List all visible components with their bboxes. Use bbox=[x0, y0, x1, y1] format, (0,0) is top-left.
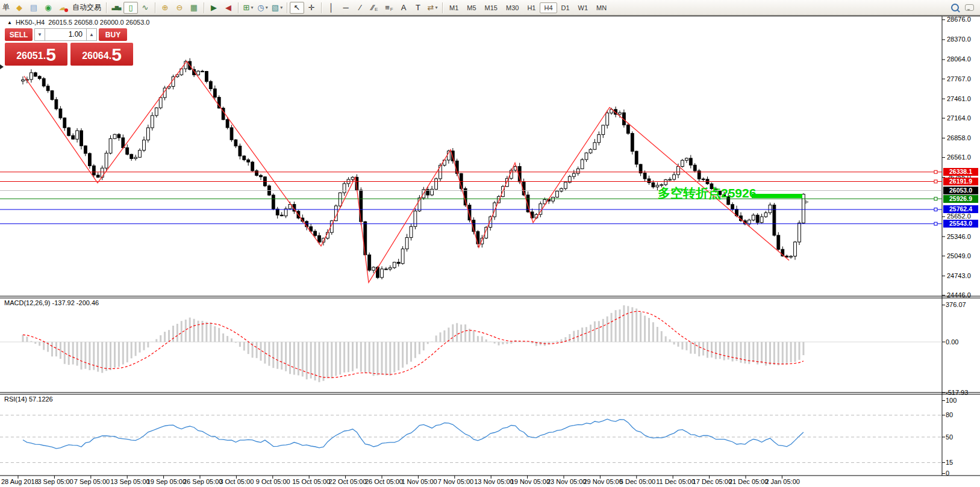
buy-price-button[interactable]: 26064 . 5 bbox=[70, 43, 133, 66]
sell-price-main: 26051 bbox=[16, 48, 43, 64]
price-tick-label: 26858.0 bbox=[947, 134, 971, 141]
time-tick-label: 13 Nov 05:00 bbox=[474, 478, 513, 485]
time-tick-label: 29 Nov 05:00 bbox=[583, 478, 622, 485]
time-tick-label: 1 Nov 05:00 bbox=[401, 478, 437, 485]
level-price-tag: 25543.0 bbox=[943, 220, 978, 228]
buy-price-pip: 5 bbox=[111, 46, 122, 64]
rsi-tick-label: 15 bbox=[946, 459, 953, 466]
macd-tick-label: 376.07 bbox=[946, 301, 966, 308]
level-price-tag: 25926.9 bbox=[943, 195, 978, 203]
buy-price-main: 26064 bbox=[82, 48, 109, 64]
price-tick-label: 27767.0 bbox=[947, 75, 971, 82]
current-price-tag: 26053.0 bbox=[943, 187, 978, 194]
time-tick-label: 15 Oct 05:00 bbox=[292, 478, 330, 485]
rsi-tick-label: 100 bbox=[946, 397, 957, 404]
price-tick-label: 24743.0 bbox=[947, 272, 971, 279]
level-price-tag: 25762.4 bbox=[943, 205, 978, 213]
price-tick-label: 25652.0 bbox=[947, 212, 971, 220]
price-tick-label: 26561.0 bbox=[947, 154, 971, 161]
time-tick-label: 13 Sep 05:00 bbox=[110, 478, 149, 485]
time-tick-label: 28 Aug 2018 bbox=[1, 478, 39, 485]
sell-button[interactable]: SELL bbox=[5, 28, 33, 41]
time-tick-label: 5 Dec 05:00 bbox=[620, 478, 655, 485]
price-tick-label: 27461.0 bbox=[947, 95, 971, 102]
macd-tick-label: 0.00 bbox=[946, 338, 958, 346]
price-tick-label: 24446.0 bbox=[947, 291, 971, 299]
level-price-tag: 26191.9 bbox=[943, 178, 978, 185]
price-tick-label: 28064.0 bbox=[947, 55, 971, 63]
level-price-tag: 26338.1 bbox=[943, 168, 978, 176]
price-tick-label: 28676.0 bbox=[947, 16, 971, 23]
price-tick-label: 28370.0 bbox=[947, 36, 971, 43]
pivot-annotation: 多空转折点25926 bbox=[658, 185, 756, 202]
volume-input[interactable]: 1.00 bbox=[45, 28, 86, 41]
time-tick-label: 21 Dec 05:00 bbox=[729, 478, 768, 485]
price-tick-label: 27164.0 bbox=[947, 114, 971, 122]
time-tick-label: 23 Nov 05:00 bbox=[547, 478, 586, 485]
time-tick-label: 19 Sep 05:00 bbox=[147, 478, 186, 485]
time-tick-label: 26 Sep 05:00 bbox=[183, 478, 222, 485]
time-tick-label: 17 Dec 05:00 bbox=[693, 478, 732, 485]
time-tick-label: 22 Oct 05:00 bbox=[329, 478, 367, 485]
macd-tick-label: -517.93 bbox=[946, 389, 968, 396]
time-tick-label: 11 Dec 05:00 bbox=[656, 478, 695, 485]
time-tick-label: 19 Nov 05:00 bbox=[511, 478, 550, 485]
time-tick-label: 2 Jan 05:00 bbox=[765, 478, 800, 485]
buy-button[interactable]: BUY bbox=[99, 28, 127, 41]
time-tick-label: 3 Oct 05:00 bbox=[219, 478, 254, 485]
time-tick-label: 26 Oct 05:00 bbox=[365, 478, 403, 485]
price-tick-label: 25346.0 bbox=[947, 233, 971, 240]
price-tick-label: 25049.0 bbox=[947, 252, 971, 259]
sell-price-button[interactable]: 26051 . 5 bbox=[5, 43, 67, 66]
one-click-trade-panel: SELL ▼ 1.00 ▲ BUY 26051 . 5 26064 . 5 bbox=[5, 28, 134, 66]
volume-decrease-button[interactable]: ▼ bbox=[34, 28, 45, 41]
trade-panel-collapse-icon[interactable] bbox=[0, 64, 4, 69]
time-tick-label: 9 Oct 05:00 bbox=[256, 478, 290, 485]
sell-price-pip: 5 bbox=[46, 46, 56, 64]
volume-increase-button[interactable]: ▲ bbox=[86, 28, 97, 41]
rsi-tick-label: 50 bbox=[946, 433, 953, 441]
time-tick-label: 7 Nov 05:00 bbox=[438, 478, 473, 485]
rsi-tick-label: 0 bbox=[946, 470, 949, 477]
rsi-tick-label: 80 bbox=[946, 411, 953, 418]
time-tick-label: 3 Sep 05:00 bbox=[37, 478, 73, 485]
time-tick-label: 7 Sep 05:00 bbox=[74, 478, 110, 485]
mt4-window: 单◆▤◉☁自动交易▃▆▄▯∿⊕⊖▦▶◀⊞▾◷▾▧▾↖✛│─∕∕∕E≡FAT⇄▾M… bbox=[0, 0, 980, 487]
